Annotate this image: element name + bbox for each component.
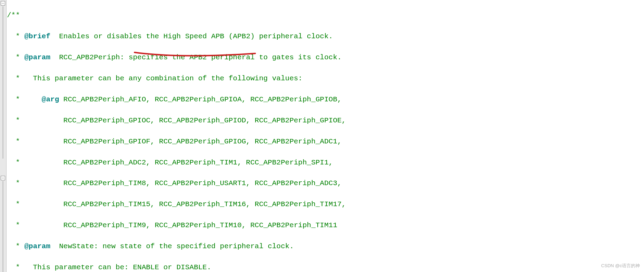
code-text: * This parameter can be: ENABLE or DISAB… [7, 263, 211, 271]
doxygen-tag: @param [24, 53, 50, 61]
code-text: RCC_APB2Periph_AFIO, RCC_APB2Periph_GPIO… [59, 95, 341, 103]
doxygen-tag: @arg [42, 95, 59, 103]
code-text: Enables or disables the High Speed APB (… [50, 32, 333, 40]
code-text: * [7, 242, 24, 250]
code-text: * RCC_APB2Periph_GPIOC, RCC_APB2Periph_G… [7, 117, 346, 124]
code-text: * [7, 95, 42, 103]
code-text: NewState: new state of the specified per… [50, 242, 294, 250]
code-text: * RCC_APB2Periph_TIM9, RCC_APB2Periph_TI… [7, 221, 337, 229]
code-text: RCC_APB2Periph: specifies the APB2 perip… [50, 53, 341, 61]
doxygen-tag: @brief [24, 32, 50, 40]
code-text: * [7, 32, 24, 40]
code-text: /** [7, 11, 20, 19]
code-text: * This parameter can be any combination … [7, 74, 303, 82]
code-text: * RCC_APB2Periph_TIM15, RCC_APB2Periph_T… [7, 200, 346, 208]
watermark: CSDN @c语言的神 [601, 263, 640, 269]
code-editor[interactable]: /** * @brief Enables or disables the Hig… [7, 0, 644, 272]
code-text: * RCC_APB2Periph_ADC2, RCC_APB2Periph_TI… [7, 159, 333, 167]
fold-box-function[interactable] [1, 176, 5, 180]
doxygen-tag: @param [24, 242, 50, 250]
fold-box-comment[interactable] [1, 1, 5, 6]
fold-line [3, 6, 3, 159]
fold-gutter [0, 0, 7, 272]
code-text: * RCC_APB2Periph_TIM8, RCC_APB2Periph_US… [7, 179, 341, 187]
fold-line-2 [3, 181, 3, 272]
code-text: * [7, 53, 24, 61]
code-text: * RCC_APB2Periph_GPIOF, RCC_APB2Periph_G… [7, 138, 341, 145]
